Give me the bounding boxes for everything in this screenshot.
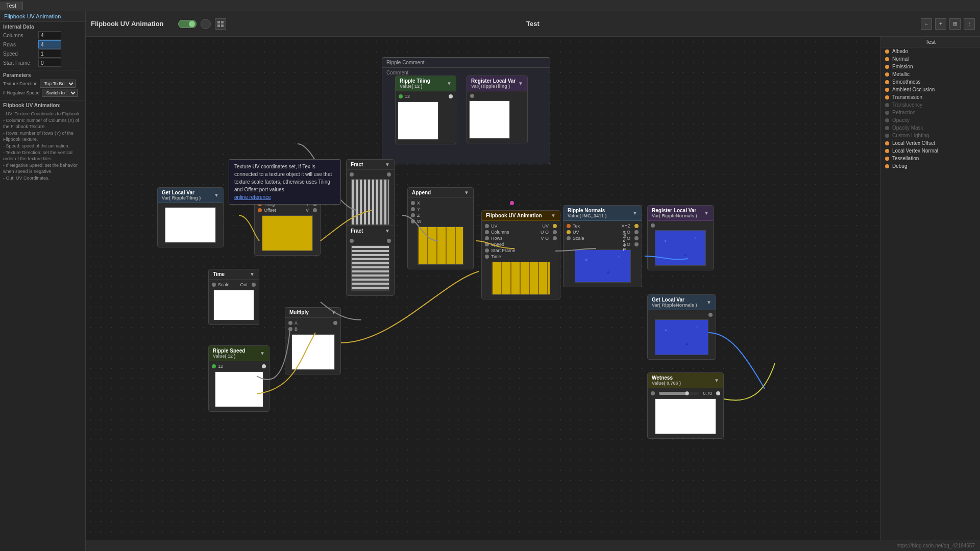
right-panel-item-metallic[interactable]: Metallic <box>881 70 980 78</box>
ripple-speed-preview <box>215 371 263 407</box>
time-body: Scale Out <box>209 280 259 324</box>
texture-coordinates-preview <box>262 215 313 251</box>
toggle-knob <box>189 21 195 27</box>
right-panel-item-transmission[interactable]: Transmission <box>881 93 980 101</box>
fract-bottom-header[interactable]: Fract ▼ <box>347 226 394 236</box>
rows-row: Rows <box>3 40 82 48</box>
get-local-var-bottom-node: Get Local Var Var( RippleNormals ) ▼ <box>647 294 716 360</box>
flipbook-uv-header[interactable]: Flipbook UV Animation ▼ <box>482 211 560 221</box>
internal-data-title[interactable]: Internal Data <box>3 24 82 30</box>
texture-direction-dropdown[interactable]: Top To Bot Bottom To Top <box>40 80 76 88</box>
multiply-body: A B <box>285 318 340 374</box>
dot-transmission <box>885 95 889 99</box>
fract-top-node: Fract ▼ <box>346 159 395 230</box>
center-title: Test <box>526 20 540 28</box>
toggle-button[interactable] <box>178 20 197 28</box>
svg-rect-1 <box>221 21 224 23</box>
get-local-var-left-header[interactable]: Get Local Var Var( RippleTiling ) ▼ <box>158 188 223 203</box>
if-negative-dropdown[interactable]: Switch to 1 Use Abs <box>42 89 78 97</box>
ripple-normals-preview <box>575 249 631 283</box>
columns-row: Columns <box>3 31 82 39</box>
parameters-title[interactable]: Parameters <box>3 72 82 78</box>
title-bar: Test <box>0 0 980 11</box>
get-local-var-bottom-preview <box>655 319 708 355</box>
ripple-tiling-header[interactable]: Ripple Tiling Value( 12 ) ▼ <box>396 76 456 91</box>
right-panel-item-smoothness[interactable]: Smoothness <box>881 78 980 86</box>
tooltip-link[interactable]: online reference <box>234 194 271 200</box>
toolbar-arrow-btn[interactable]: ← <box>921 18 932 30</box>
right-panel-item-debug[interactable]: Debug <box>881 162 980 170</box>
tex-scale-label: Tex Scale <box>622 231 627 251</box>
ripple-normals-header[interactable]: Ripple Normals Value( IMG_3411 ) ▼ <box>564 206 642 221</box>
right-panel-item-tessellation[interactable]: Tessellation <box>881 155 980 162</box>
right-panel-header: Test <box>881 37 980 47</box>
grid-icon <box>217 20 224 28</box>
time-node: Time ▼ Scale Out <box>208 269 259 325</box>
texture-direction-row: Texture Direction Top To Bot Bottom To T… <box>3 80 82 88</box>
canvas-area[interactable]: Ripple Comment Comment Ripple Tiling Val… <box>86 37 980 540</box>
window-tab[interactable]: Test <box>0 2 23 10</box>
get-local-var-left-body <box>158 203 223 247</box>
ripple-tiling-expand[interactable]: ▼ <box>447 81 452 86</box>
ripple-speed-body: 12 <box>209 361 269 411</box>
right-panel-item-vertex-offset[interactable]: Local Vertex Offset <box>881 139 980 147</box>
speed-input[interactable] <box>38 49 61 58</box>
comment-box: Ripple Comment Comment Ripple Tiling Val… <box>382 57 550 164</box>
dot-albedo <box>885 49 889 54</box>
right-panel-item-opacity[interactable]: Opacity <box>881 116 980 124</box>
get-local-var-bottom-header[interactable]: Get Local Var Var( RippleNormals ) ▼ <box>648 295 716 310</box>
register-local-var-top-body <box>467 91 527 143</box>
right-panel-item-opacity-mask[interactable]: Opacity Mask <box>881 124 980 132</box>
left-panel-header[interactable]: Flipbook UV Animation <box>0 11 85 22</box>
right-panel-item-normal[interactable]: Normal <box>881 55 980 63</box>
toolbar-dots-btn[interactable]: ⋮ <box>964 18 975 30</box>
right-panel-item-refraction[interactable]: Refraction <box>881 109 980 116</box>
dot-vertex-normal <box>885 149 889 153</box>
port-in <box>470 94 474 98</box>
get-local-var-left-preview <box>165 207 216 243</box>
register-local-var-top-header[interactable]: Register Local Var Var( RippleTiling ) ▼ <box>467 76 527 91</box>
offset-port: Offset V <box>255 207 320 213</box>
wetness-header[interactable]: Wetness Value( 0.766 ) ▼ <box>648 373 723 388</box>
right-panel-item-vertex-normal[interactable]: Local Vertex Normal <box>881 147 980 155</box>
start-frame-input[interactable] <box>38 59 61 67</box>
append-header[interactable]: Append ▼ <box>408 188 473 198</box>
dot-tessellation <box>885 157 889 161</box>
main-window: Flipbook UV Animation Internal Data Colu… <box>0 11 980 551</box>
square-toolbar-btn[interactable] <box>215 18 226 30</box>
description-title: Flipbook UV Animation: <box>3 103 82 108</box>
dot-custom-lighting <box>885 134 889 138</box>
multiply-header[interactable]: Multiply ▼ <box>285 308 340 318</box>
rows-input[interactable] <box>38 40 61 48</box>
time-header[interactable]: Time ▼ <box>209 269 259 280</box>
fract-top-preview <box>351 179 389 225</box>
right-panel-item-emission[interactable]: Emission <box>881 63 980 70</box>
svg-rect-3 <box>221 24 224 27</box>
fract-top-body <box>347 170 394 229</box>
port-green <box>399 94 403 98</box>
toolbar-plus-btn[interactable]: + <box>935 18 946 30</box>
reg-local-var-expand[interactable]: ▼ <box>518 81 523 86</box>
append-preview <box>418 227 463 265</box>
right-panel-item-albedo[interactable]: Albedo <box>881 47 980 55</box>
dot-debug <box>885 164 889 168</box>
circle-toolbar-btn[interactable] <box>201 19 211 29</box>
fract-top-header[interactable]: Fract ▼ <box>347 160 394 170</box>
toolbar-grid2-btn[interactable]: ⊞ <box>949 18 961 30</box>
right-panel-item-translucency[interactable]: Translucency <box>881 101 980 109</box>
dot-opacity-mask <box>885 126 889 130</box>
right-panel-item-custom-lighting[interactable]: Custom Lighting <box>881 132 980 139</box>
status-bar: S SHADER Rain/Test https://blog.csdn.net… <box>0 540 980 551</box>
description-text: - UV: Texture Coordinates to Flipbook. -… <box>3 110 82 183</box>
columns-input[interactable] <box>38 31 61 39</box>
register-local-var-normals-header[interactable]: Register Local Var Var( RippleNormals ) … <box>648 206 713 221</box>
wetness-body: 0.70 <box>648 388 723 438</box>
ripple-tiling-preview <box>398 102 438 140</box>
if-negative-speed-row: If Negative Speed Switch to 1 Use Abs <box>3 89 82 97</box>
ripple-speed-header[interactable]: Ripple Speed Value( 12 ) ▼ <box>209 346 269 361</box>
multiply-node: Multiply ▼ A B <box>285 307 341 374</box>
multiply-preview <box>291 334 335 370</box>
ripple-tiling-port-value: 12 <box>396 93 456 99</box>
right-panel-item-ao[interactable]: Ambient Occlusion <box>881 86 980 93</box>
description-section: Flipbook UV Animation: - UV: Texture Coo… <box>0 101 85 185</box>
